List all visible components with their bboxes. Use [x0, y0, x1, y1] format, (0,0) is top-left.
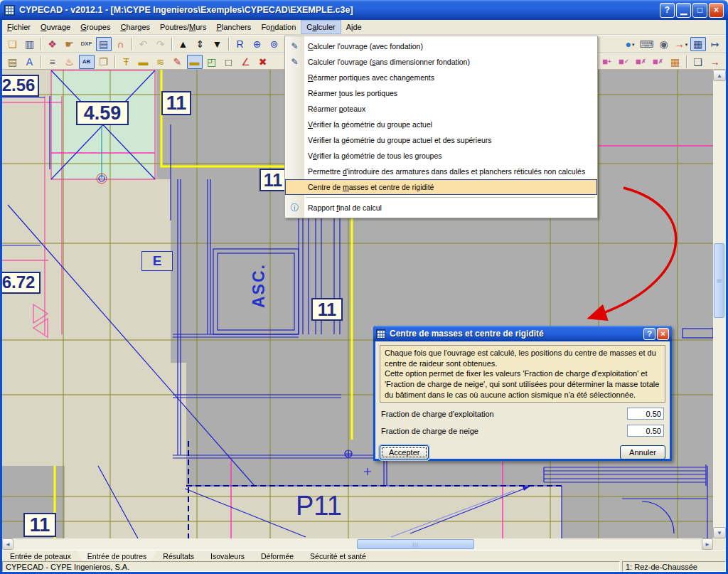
menu-item[interactable]: ✎ Calculer l'ouvrage (sans dimensionner …	[285, 54, 597, 70]
scroll-right-arrow[interactable]: ►	[702, 538, 713, 550]
menubar-item[interactable]: Groupes	[75, 20, 115, 34]
scroll-up-arrow[interactable]: ▲	[713, 70, 726, 81]
slab-user-icon[interactable]: ▦	[668, 55, 683, 69]
view-tab[interactable]: Isovaleurs	[200, 551, 255, 561]
fire-check-icon[interactable]: ♨	[62, 55, 77, 69]
maximize-button[interactable]: □	[692, 3, 707, 18]
view-3d-box-icon[interactable]: ❒	[96, 55, 112, 69]
menubar-item[interactable]: Poutres/Murs	[155, 20, 211, 34]
field-input[interactable]	[627, 408, 664, 420]
slope-icon[interactable]: ∠	[238, 55, 254, 69]
beam-definition-icon[interactable]: Ŧ	[119, 55, 134, 69]
palette-icon[interactable]: ❖	[45, 37, 60, 51]
plan-label: P11	[296, 491, 374, 521]
view-tab[interactable]: Déformée	[251, 551, 304, 561]
view-tab[interactable]: Sécurité et santé	[300, 551, 376, 561]
dxf-import-icon[interactable]: DXF	[79, 37, 95, 51]
group-up-icon[interactable]: ▲	[176, 37, 191, 51]
export-icon[interactable]: →▾	[673, 37, 689, 51]
horizontal-scroll-thumb[interactable]: |||	[357, 539, 474, 549]
menubar-item[interactable]: Aide	[341, 20, 367, 34]
close-button[interactable]: ×	[709, 3, 724, 18]
beam-entry-icon[interactable]: ▬	[136, 55, 151, 69]
beam-multi-icon[interactable]: ≋	[153, 55, 168, 69]
plan-label: ASC.	[250, 243, 269, 308]
menu-item[interactable]: Réarmer poteaux	[285, 101, 597, 117]
view-3d-globe-icon[interactable]: ●▾	[622, 37, 638, 51]
menubar-item[interactable]: Calculer	[301, 20, 341, 34]
search-beam-icon[interactable]: AB	[79, 55, 95, 69]
slab-check-icon[interactable]: ▦✓	[616, 55, 632, 69]
menu-item[interactable]: Réarmer tous les portiques	[285, 85, 597, 101]
frame-corner-icon[interactable]: ◻	[221, 55, 237, 69]
menubar-item[interactable]: Ouvrage	[36, 20, 75, 34]
window-title: CYPECAD - v2012.1 - [M:\CYPE Ingenieros\…	[19, 5, 660, 15]
menubar-item[interactable]: Planchers	[211, 20, 256, 34]
menubar-item[interactable]: Fondation	[256, 20, 301, 34]
menu-item[interactable]: Vérifier la géométrie du groupe actuel e…	[285, 132, 597, 148]
field-input[interactable]	[627, 425, 664, 437]
menu-item[interactable]: ⓘ Rapport final de calcul	[285, 200, 597, 216]
clipboard-icon[interactable]: ❑	[690, 55, 706, 69]
help-button[interactable]: ?	[660, 3, 675, 18]
snapshot-icon[interactable]: ◉	[656, 37, 672, 51]
dialog-field-row: Fraction de charge de neige	[381, 425, 664, 437]
accept-button[interactable]: Accepter	[380, 445, 429, 459]
redo-icon[interactable]: ↷	[153, 37, 168, 51]
scroll-left-arrow[interactable]: ◄	[2, 538, 14, 550]
view-tab[interactable]: Résultats	[153, 551, 204, 561]
slab-delete-icon[interactable]: ▦✗	[633, 55, 649, 69]
horizontal-scrollbar[interactable]: ◄ ||| ►	[2, 538, 713, 550]
menubar-item[interactable]: Charges	[115, 20, 155, 34]
delete-entity-icon[interactable]: ✖	[255, 55, 271, 69]
view-tab[interactable]: Entrée de poutres	[77, 551, 156, 561]
save-icon[interactable]: ▥	[22, 37, 38, 51]
redraw-icon[interactable]: R	[232, 37, 248, 51]
plan-label: 11	[23, 513, 56, 537]
frame-add-icon[interactable]: ◰	[204, 55, 220, 69]
menu-item[interactable]: ✎ Calculer l'ouvrage (avec fondation)	[285, 38, 597, 54]
beam-edit-icon[interactable]: ✎	[170, 55, 186, 69]
group-fit-icon[interactable]: ⇕	[193, 37, 208, 51]
slab-add-icon[interactable]: ▦+	[599, 55, 615, 69]
menu-item[interactable]: Permettre d'introduire des armatures dan…	[285, 164, 597, 179]
beam-current-icon[interactable]: ▬	[187, 55, 203, 69]
vertical-scroll-thumb[interactable]: |||	[714, 243, 724, 318]
menubar-item[interactable]: Fichier	[2, 20, 36, 34]
dialog-close-button[interactable]: ×	[657, 328, 669, 340]
menu-item[interactable]: Réarmer portiques avec changements	[285, 70, 597, 85]
window-config-icon[interactable]: ▦	[690, 37, 706, 51]
group-down-icon[interactable]: ▼	[210, 37, 225, 51]
slab-delete-all-icon[interactable]: ▦✗	[651, 55, 666, 69]
pan-hand-icon[interactable]: ☛	[62, 37, 77, 51]
zoom-x2-icon[interactable]: ⊚	[267, 37, 282, 51]
toolbar-button	[686, 55, 687, 68]
snap-magnet-icon[interactable]: ∩	[113, 37, 129, 51]
dialog-help-button[interactable]: ?	[643, 328, 655, 340]
vertical-scrollbar[interactable]: ▲ ||| ▼	[713, 70, 726, 538]
report-template-icon[interactable]: ▤	[5, 55, 21, 69]
open-project-icon[interactable]: ❏	[5, 37, 21, 51]
text-style-icon[interactable]: A	[22, 55, 38, 69]
view-tab[interactable]: Entrée de poteaux	[0, 551, 81, 561]
exit-icon[interactable]: ↦	[707, 37, 723, 51]
plan-label: 2.56	[2, 75, 39, 97]
scroll-down-arrow[interactable]: ▼	[713, 527, 726, 538]
toolbar-button	[41, 38, 42, 51]
menu-item[interactable]: Centre de masses et centre de rigidité	[285, 179, 597, 195]
print-icon[interactable]: ⌨	[639, 37, 655, 51]
stairs-icon[interactable]: ≡	[45, 55, 60, 69]
cancel-button[interactable]: Annuler	[620, 445, 665, 459]
status-bar: CYPECAD - CYPE Ingenieros, S.A. 1: Rez-d…	[2, 561, 726, 572]
layers-icon[interactable]: ▤	[96, 37, 112, 51]
minimize-button[interactable]: ▁	[676, 3, 691, 18]
menu-item[interactable]: Vérifier la géométrie de tous les groupe…	[285, 148, 597, 164]
plan-label: 11	[161, 91, 191, 115]
app-icon	[4, 5, 15, 16]
toolbar-button	[228, 38, 230, 51]
menu-item[interactable]: Vérifier la géométrie du groupe actuel	[285, 117, 597, 132]
scrollbar-corner	[713, 538, 726, 550]
undo-icon[interactable]: ↶	[136, 37, 151, 51]
zoom-pan-icon[interactable]: ⊕	[250, 37, 265, 51]
slab-export-icon[interactable]: →	[707, 55, 723, 69]
